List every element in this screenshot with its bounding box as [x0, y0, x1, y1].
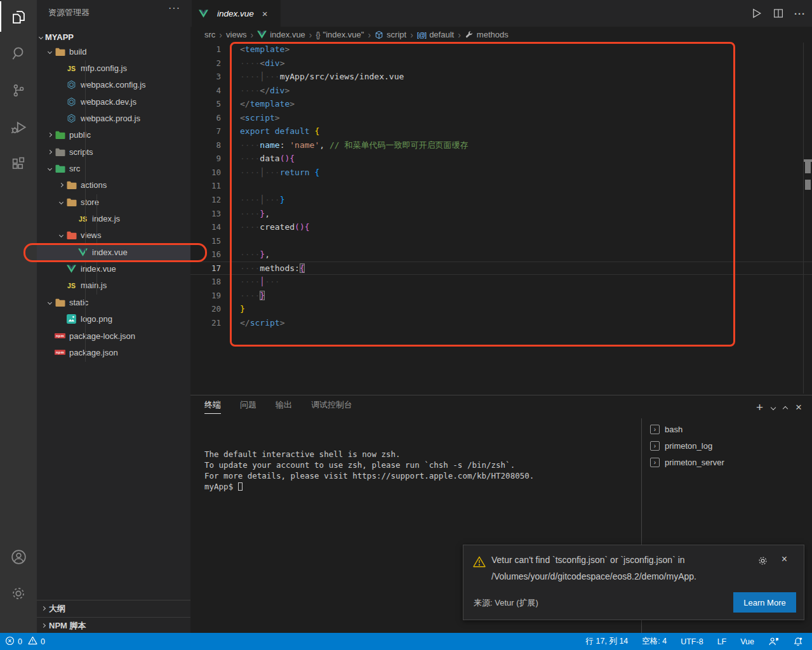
sidebar-section-outline[interactable]: 大纲 — [37, 600, 190, 616]
new-terminal-icon[interactable]: + — [756, 401, 763, 415]
folder-build-icon — [55, 47, 65, 56]
file-label: webpack.prod.js — [81, 114, 140, 123]
tree-item-logo.png[interactable]: logo.png — [37, 311, 190, 328]
activity-explorer-icon[interactable] — [0, 0, 37, 33]
chevron-down-icon — [58, 233, 63, 237]
code-line-11: 11 — [190, 179, 812, 193]
tree-item-webpack.dev.js[interactable]: webpack.dev.js — [37, 93, 190, 110]
tree-item-webpack.config.js[interactable]: webpack.config.js — [37, 77, 190, 93]
tree-item-mfp.config.js[interactable]: JSmfp.config.js — [37, 60, 190, 76]
breadcrumb-methods[interactable]: methods — [465, 30, 509, 39]
breadcrumb-src[interactable]: src — [204, 30, 215, 39]
close-icon[interactable]: × — [782, 554, 787, 565]
maximize-panel-icon[interactable] — [783, 404, 787, 411]
webpack-icon — [66, 80, 77, 90]
panel-tab[interactable]: 调试控制台 — [311, 399, 352, 413]
panel-tab[interactable]: 输出 — [276, 399, 292, 413]
breadcrumb-default[interactable]: [@]default — [417, 30, 454, 39]
run-button[interactable] — [750, 7, 762, 20]
more-actions-icon[interactable]: ··· — [168, 3, 180, 14]
project-section-header[interactable]: MYAPP — [39, 30, 74, 44]
terminal-session-primeton_server[interactable]: ›primeton_server — [650, 454, 809, 470]
activity-search-icon[interactable] — [0, 37, 37, 70]
activity-bar — [0, 0, 37, 633]
file-label: scripts — [69, 147, 93, 157]
tree-item-index.js[interactable]: JSindex.js — [37, 210, 190, 227]
activity-settings-icon[interactable] — [0, 577, 37, 610]
status-item[interactable]: LF — [717, 637, 727, 646]
status-item[interactable]: UTF-8 — [681, 637, 703, 646]
breadcrumb-index.vue[interactable]: index.vue — [257, 30, 305, 39]
code-line-6: 6<script> — [190, 111, 812, 125]
close-icon[interactable]: × — [262, 8, 268, 19]
file-label: build — [69, 47, 86, 56]
activity-account-icon[interactable] — [0, 540, 37, 573]
notifications-bell-icon[interactable] — [793, 637, 803, 647]
tab-index-vue[interactable]: index.vue × — [192, 0, 281, 27]
code-editor[interactable]: 1<template>2····<div>3····│···myApp/src/… — [190, 43, 812, 395]
tree-item-src[interactable]: src — [37, 160, 190, 176]
folder-views-icon — [66, 230, 77, 240]
js-icon: JS — [66, 281, 77, 290]
status-item[interactable]: 空格: 4 — [642, 636, 667, 647]
indent-guide — [85, 60, 86, 362]
npm-icon: npm — [55, 331, 65, 341]
tree-item-static[interactable]: static — [37, 294, 190, 310]
tree-item-package.json[interactable]: npmpackage.json — [37, 344, 190, 361]
symbol-default-icon: [@] — [417, 31, 426, 39]
errors-indicator[interactable]: 0 0 — [5, 636, 45, 647]
npm-icon: npm — [55, 348, 65, 357]
tree-item-actions[interactable]: actions — [37, 177, 190, 194]
tree-item-index.vue[interactable]: index.vue — [37, 244, 190, 260]
editor-tab-bar: index.vue × ··· — [190, 0, 812, 27]
tree-item-index.vue[interactable]: index.vue — [37, 260, 190, 277]
chevron-down-icon — [47, 166, 51, 171]
tree-item-views[interactable]: views — [37, 227, 190, 244]
panel-tab[interactable]: 问题 — [240, 399, 256, 413]
breadcrumb-index.vue[interactable]: {}"index.vue" — [316, 30, 364, 39]
tree-item-webpack.prod.js[interactable]: webpack.prod.js — [37, 110, 190, 126]
status-item[interactable]: Vue — [740, 637, 754, 646]
breadcrumb-script[interactable]: script — [375, 30, 406, 39]
activity-run-debug-icon[interactable] — [0, 110, 37, 143]
close-panel-icon[interactable]: × — [795, 401, 802, 414]
panel-tab[interactable]: 终端 — [204, 399, 221, 414]
status-item[interactable]: 行 17, 列 14 — [586, 636, 629, 647]
file-tree: buildJSmfp.config.jswebpack.config.jsweb… — [37, 43, 190, 361]
activity-source-control-icon[interactable] — [0, 74, 37, 107]
feedback-icon[interactable] — [768, 637, 779, 646]
terminal-session-primeton_log[interactable]: ›primeton_log — [650, 437, 809, 454]
breadcrumb-separator: › — [368, 30, 371, 40]
notification-settings-icon[interactable] — [757, 555, 768, 569]
terminal-dropdown-icon[interactable] — [771, 406, 775, 409]
tree-item-main.js[interactable]: JSmain.js — [37, 277, 190, 294]
webpack-icon — [66, 97, 77, 107]
minimap-mark — [805, 180, 811, 190]
terminal-session-bash[interactable]: ›bash — [650, 421, 809, 437]
tree-item-scripts[interactable]: scripts — [37, 143, 190, 160]
tree-item-public[interactable]: public — [37, 127, 190, 143]
learn-more-button[interactable]: Learn More — [733, 592, 796, 613]
breadcrumb-views[interactable]: views — [226, 30, 247, 39]
folder-icon — [66, 197, 77, 207]
notification-message: Vetur can't find `tsconfig.json` or `jsc… — [491, 552, 745, 585]
more-actions-icon[interactable]: ··· — [794, 8, 806, 19]
js-icon: JS — [77, 214, 88, 223]
vue-icon — [257, 30, 267, 39]
editor-scrollbar[interactable] — [803, 43, 804, 394]
warning-icon — [473, 556, 486, 570]
vue-icon — [77, 248, 88, 257]
tree-item-store[interactable]: store — [37, 194, 190, 210]
activity-extensions-icon[interactable] — [0, 147, 37, 180]
split-editor-icon[interactable] — [773, 8, 784, 19]
code-line-1: 1<template> — [190, 43, 812, 56]
folder-icon — [66, 180, 77, 190]
chevron-down-icon — [47, 300, 51, 305]
tree-item-package-lock.json[interactable]: npmpackage-lock.json — [37, 328, 190, 344]
sidebar-section-npm-scripts[interactable]: NPM 脚本 — [37, 617, 190, 633]
warning-icon — [28, 636, 37, 647]
tree-item-build[interactable]: build — [37, 43, 190, 60]
terminal-session-list: ›bash›primeton_log›primeton_server — [650, 421, 809, 470]
breadcrumb-separator: › — [309, 30, 312, 40]
terminal-output[interactable]: The default interactive shell is now zsh… — [204, 449, 534, 492]
